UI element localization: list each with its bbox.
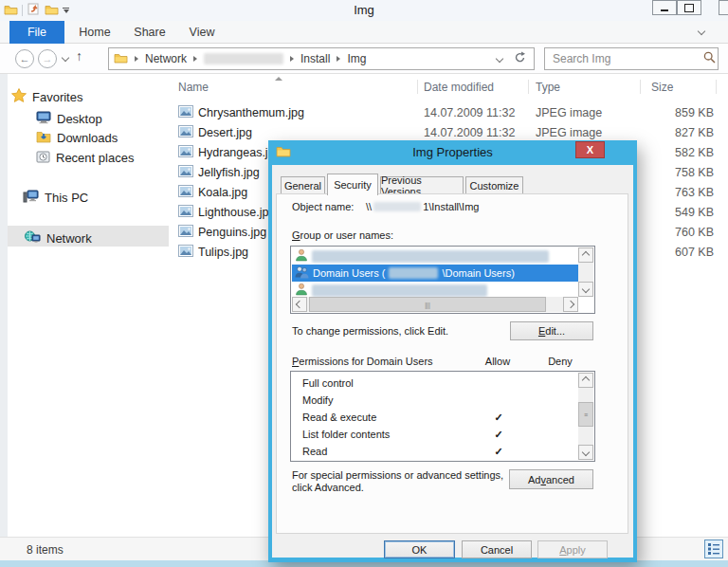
cancel-button[interactable]: Cancel — [462, 540, 532, 558]
permissions-label: Permissions for Domain Users — [292, 356, 433, 367]
apply-button[interactable]: Apply — [537, 540, 608, 558]
dialog-close-button[interactable]: X — [575, 141, 605, 158]
user-entry-selected[interactable]: Domain Users ( \Domain Users) — [292, 265, 580, 282]
search-icon[interactable] — [703, 50, 716, 67]
file-row[interactable]: Lighthouse.jpg — [178, 202, 275, 222]
column-separator[interactable] — [528, 80, 529, 94]
breadcrumb-redacted-server[interactable] — [204, 53, 283, 64]
ribbon-tab-view[interactable]: View — [178, 21, 226, 44]
tab-previous-versions[interactable]: Previous Versions — [380, 176, 464, 194]
tab-customize[interactable]: Customize — [465, 176, 523, 194]
allow-checkmark: ✓ — [480, 443, 518, 460]
desktop-icon — [36, 111, 51, 127]
sidebar-item-desktop[interactable]: Desktop — [36, 109, 102, 128]
explorer-window: Img File Home Share View ← → ↑ Network I… — [0, 0, 728, 567]
scroll-up-icon[interactable] — [578, 247, 593, 263]
maximize-button[interactable] — [677, 0, 701, 15]
file-row[interactable]: Penguins.jpg — [178, 222, 266, 242]
file-row[interactable]: Jellyfish.jpg — [178, 162, 260, 182]
breadcrumb-install[interactable]: Install — [300, 52, 330, 65]
back-button[interactable]: ← — [15, 49, 34, 68]
file-name[interactable]: Jellyfish.jpg — [198, 166, 260, 179]
scroll-down-icon[interactable] — [578, 445, 593, 460]
column-header-date-modified[interactable]: Date modified — [424, 76, 519, 98]
advanced-button[interactable]: Advanced — [509, 469, 593, 489]
scroll-up-icon[interactable] — [578, 373, 593, 388]
user-icon — [295, 248, 308, 264]
edit-button[interactable]: Edit... — [510, 321, 593, 340]
file-row[interactable]: Hydrangeas.jpg — [178, 142, 282, 162]
tab-general[interactable]: General — [281, 176, 325, 194]
breadcrumb-arrow-icon[interactable] — [290, 56, 294, 62]
ribbon-tab-home[interactable]: Home — [70, 21, 119, 44]
permissions-list[interactable]: Full control Modify Read & execute List … — [290, 371, 595, 462]
scrollbar-thumb[interactable]: ||| — [309, 297, 546, 312]
picture-file-icon — [178, 125, 193, 140]
sort-ascending-icon — [275, 77, 282, 81]
breadcrumb-img[interactable]: Img — [347, 52, 366, 65]
refresh-icon[interactable] — [514, 51, 526, 66]
file-row[interactable]: Desert.jpg — [178, 122, 252, 142]
scroll-left-icon[interactable] — [292, 297, 307, 312]
breadcrumb-network[interactable]: Network — [145, 52, 187, 65]
minimize-button[interactable] — [652, 0, 677, 15]
ok-button[interactable]: OK — [384, 540, 455, 558]
group-names-list[interactable]: Domain Users ( \Domain Users) ||| — [290, 246, 595, 314]
column-separator[interactable] — [417, 80, 418, 94]
column-header-size[interactable]: Size — [651, 76, 708, 98]
file-row[interactable]: Tulips.jpg — [178, 242, 248, 262]
address-bar[interactable]: Network Install Img — [108, 47, 535, 70]
permission-row[interactable]: Modify — [302, 392, 482, 409]
redacted-server-name — [373, 202, 421, 211]
file-row[interactable]: Chrysanthemum.jpg — [178, 102, 304, 122]
details-view-icon[interactable] — [704, 540, 723, 562]
permission-row[interactable]: Full control — [302, 375, 482, 392]
column-header-type[interactable]: Type — [536, 76, 621, 98]
file-row[interactable]: Koala.jpg — [178, 182, 247, 202]
sidebar-item-favorites[interactable]: Favorites — [11, 87, 82, 106]
file-name[interactable]: Tulips.jpg — [198, 246, 248, 259]
scroll-down-icon[interactable] — [578, 282, 593, 297]
permission-row[interactable]: Read & execute — [302, 409, 482, 426]
sidebar-item-label: Recent places — [56, 151, 134, 165]
user-entry[interactable] — [292, 247, 565, 265]
file-name[interactable]: Desert.jpg — [198, 126, 252, 139]
tab-security[interactable]: Security — [327, 174, 378, 195]
file-name[interactable]: Chrysanthemum.jpg — [198, 106, 304, 119]
column-separator[interactable] — [716, 80, 717, 94]
scrollbar-track[interactable] — [578, 263, 593, 282]
sidebar-item-recent-places[interactable]: Recent places — [36, 148, 134, 167]
address-dropdown-icon[interactable] — [496, 55, 503, 63]
permission-row[interactable]: Read — [302, 443, 482, 460]
deny-column-header: Deny — [541, 356, 579, 367]
sidebar-item-downloads[interactable]: Downloads — [36, 128, 118, 147]
up-button[interactable]: ↑ — [76, 48, 82, 64]
permission-row[interactable]: List folder contents — [302, 426, 482, 443]
breadcrumb-arrow-icon[interactable] — [135, 56, 138, 62]
recent-places-icon — [36, 150, 50, 166]
breadcrumb-arrow-icon[interactable] — [337, 56, 340, 62]
sidebar-item-label: Network — [46, 231, 92, 246]
column-separator[interactable] — [640, 80, 641, 94]
file-size: 758 KB — [626, 162, 714, 182]
search-box[interactable] — [544, 47, 719, 70]
ribbon-tab-share[interactable]: Share — [125, 21, 174, 44]
search-input[interactable] — [545, 52, 703, 65]
column-header-name[interactable]: Name — [178, 76, 406, 98]
scrollbar-thumb[interactable]: ≡ — [578, 402, 593, 427]
file-name[interactable]: Koala.jpg — [198, 186, 247, 199]
picture-file-icon — [178, 225, 193, 240]
user-icon — [295, 283, 308, 298]
forward-button[interactable]: → — [38, 49, 57, 68]
scroll-right-icon[interactable] — [563, 297, 578, 312]
close-button[interactable] — [719, 0, 728, 15]
redacted-domain-name — [389, 267, 438, 279]
sidebar-item-this-pc[interactable]: This PC — [23, 188, 88, 207]
file-name[interactable]: Penguins.jpg — [198, 226, 266, 239]
group-names-label: Group or user names: — [292, 229, 393, 241]
window-title: Img — [0, 3, 728, 17]
breadcrumb-arrow-icon[interactable] — [193, 56, 197, 62]
sidebar-item-network[interactable]: Network — [25, 229, 92, 247]
ribbon-tab-file[interactable]: File — [9, 21, 64, 44]
file-name[interactable]: Lighthouse.jpg — [198, 206, 275, 219]
